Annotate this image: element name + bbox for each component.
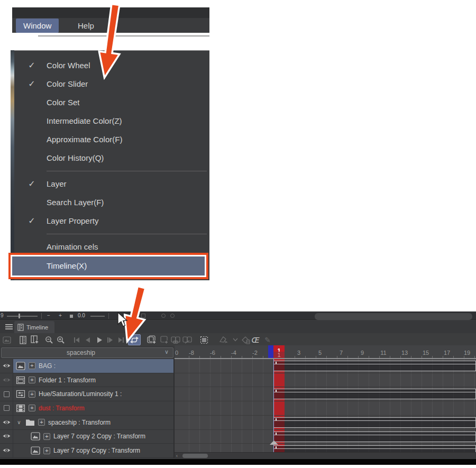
layer-name: BAG : (39, 362, 56, 370)
new-animation-cel-icon[interactable] (147, 335, 157, 344)
menu-help[interactable]: Help (70, 19, 102, 33)
minus-button[interactable]: − (47, 313, 50, 318)
onion-skin-options-icon[interactable] (231, 335, 240, 344)
menu-item-color-set[interactable]: Color Set (14, 93, 209, 112)
scrollbar-thumb[interactable] (182, 454, 208, 458)
play-icon[interactable] (95, 335, 104, 344)
layer-row[interactable]: +Folder 1 : Transform (0, 373, 173, 388)
clip-bar[interactable] (273, 389, 476, 399)
expand-chevron-icon[interactable]: ∨ (16, 419, 22, 425)
clip-bar[interactable] (273, 361, 476, 371)
delete-cel-icon[interactable] (241, 335, 250, 344)
layer-row-content[interactable]: +dust : Transform (13, 401, 173, 415)
mini-slider[interactable] (7, 316, 38, 317)
expand-plus-icon[interactable]: + (43, 433, 50, 440)
layer-visibility-cell[interactable] (0, 387, 13, 401)
clip-bar[interactable] (273, 417, 476, 428)
menu-item-color-history-q-[interactable]: Color History(Q) (14, 149, 209, 167)
frame-ruler[interactable]: 1 1 0-8-6-4-235791113151719 (175, 345, 476, 359)
layer-row[interactable]: +Layer 7 copy 2 Copy : Transform (0, 430, 173, 444)
menu-item-timeline[interactable]: Timeline(X) (12, 256, 205, 276)
clip-bar[interactable] (273, 445, 476, 452)
layer-row-content[interactable]: +Folder 1 : Transform (13, 373, 173, 387)
mini-icon[interactable] (170, 314, 175, 318)
ruler-label: 17 (444, 350, 450, 356)
track-row[interactable] (175, 387, 476, 401)
layer-row[interactable]: +Layer 7 copy Copy : Transform (0, 444, 173, 458)
zoom-in-icon[interactable] (56, 335, 66, 344)
new-timeline-icon[interactable] (30, 335, 39, 344)
layer-row-content[interactable]: +Layer 7 copy 2 Copy : Transform (13, 430, 173, 444)
expand-plus-icon[interactable]: + (29, 377, 35, 383)
layer-row[interactable]: +BAG : (0, 359, 173, 373)
layer-row[interactable]: +Hue/Saturation/Luminosity 1 : (0, 387, 173, 401)
layer-row-content[interactable]: +Layer 7 copy Copy : Transform (13, 444, 173, 457)
zoom-out-icon[interactable] (44, 335, 54, 344)
playhead-frame-label[interactable]: 1 (273, 345, 285, 352)
expand-plus-icon[interactable]: + (38, 419, 45, 426)
layer-visibility-cell[interactable] (0, 401, 13, 415)
next-frame-icon[interactable] (105, 335, 115, 344)
plus-button[interactable]: + (59, 313, 62, 318)
menu-item-layer[interactable]: ✓Layer (14, 175, 209, 193)
clip-bar[interactable] (273, 432, 476, 442)
release-cel-link-icon[interactable] (182, 335, 192, 344)
eye-icon[interactable] (2, 446, 11, 455)
stop-icon[interactable] (70, 315, 73, 318)
menu-item-approximate-color-f-[interactable]: Approximate Color(F) (14, 130, 209, 149)
skip-to-start-icon[interactable] (72, 335, 81, 344)
horizontal-scrollbar[interactable]: ‹ (175, 452, 476, 458)
menu-item-layer-property[interactable]: ✓Layer Property (14, 212, 209, 230)
light-table-icon[interactable]: Œ (251, 335, 260, 344)
layer-row[interactable]: +dust : Transform (0, 401, 173, 416)
correct-line-icon[interactable]: ✎ (263, 335, 272, 344)
frame-thumbnail-icon[interactable] (2, 335, 12, 344)
eye-icon[interactable] (2, 432, 11, 441)
layer-visibility-cell[interactable] (0, 373, 13, 387)
eye-icon[interactable] (2, 375, 11, 385)
layer-name: Folder 1 : Transform (39, 377, 96, 384)
ruler-label: 3 (297, 350, 300, 356)
track-row[interactable] (175, 430, 476, 444)
track-row[interactable] (175, 359, 476, 373)
previous-frame-icon[interactable] (83, 335, 93, 344)
expand-plus-icon[interactable]: + (29, 362, 35, 369)
layer-visibility-cell[interactable] (0, 430, 13, 444)
onion-skin-icon[interactable] (218, 335, 228, 344)
layer-visibility-cell[interactable] (0, 416, 13, 429)
mini-slider-thumb[interactable] (19, 314, 20, 318)
menu-window[interactable]: Window (16, 19, 59, 33)
panel-menu-icon[interactable] (5, 324, 13, 330)
layer-visibility-cell[interactable] (0, 359, 13, 373)
layer-row-content[interactable]: +Hue/Saturation/Luminosity 1 : (13, 387, 173, 401)
track-row[interactable] (175, 416, 476, 430)
layer-row[interactable]: ∨+spaceship : Transform (0, 416, 173, 430)
eye-icon[interactable] (2, 361, 11, 371)
mini-slider-2[interactable] (90, 316, 105, 317)
track-row[interactable] (175, 401, 476, 416)
layer-row-content[interactable]: ∨+spaceship : Transform (13, 416, 173, 429)
track-row[interactable] (175, 444, 476, 452)
expand-plus-icon[interactable]: + (29, 391, 35, 398)
track-area[interactable] (175, 359, 476, 452)
menu-item-search-layer-f-[interactable]: Search Layer(F) (14, 193, 209, 212)
track-row[interactable] (175, 373, 476, 388)
visibility-checkbox[interactable] (4, 405, 10, 411)
mini-icon[interactable] (161, 314, 166, 318)
layer-row-content[interactable]: +BAG : (13, 359, 173, 373)
image-layer-icon (16, 362, 25, 370)
anim-folder-layer-icon (16, 376, 25, 384)
tab-timeline[interactable]: Timeline (14, 321, 54, 333)
visibility-checkbox[interactable] (4, 391, 10, 397)
eye-icon[interactable] (2, 418, 11, 427)
new-animation-folder-icon[interactable] (159, 335, 169, 344)
clip-selector[interactable]: spaceship ∨ (1, 347, 173, 358)
expand-plus-icon[interactable]: + (29, 405, 35, 411)
specify-cels-icon[interactable] (199, 335, 209, 344)
layer-visibility-cell[interactable] (0, 444, 13, 457)
enable-cel-link-icon[interactable] (171, 335, 180, 344)
menu-item-intermediate-color-z-[interactable]: Intermediate Color(Z) (14, 112, 209, 130)
show-timeline-icon[interactable] (18, 335, 28, 344)
expand-plus-icon[interactable]: + (43, 447, 50, 454)
scroll-left-icon[interactable]: ‹ (176, 453, 178, 459)
